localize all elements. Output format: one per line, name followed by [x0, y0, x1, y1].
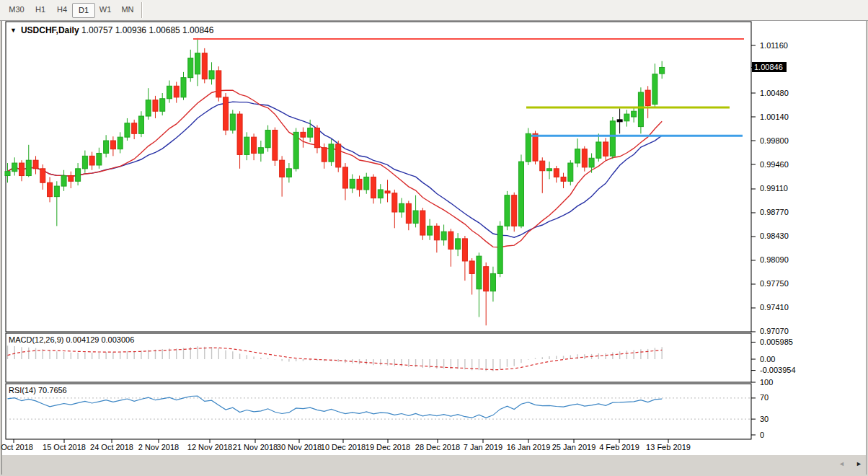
date-axis-label: 28 Dec 2018 [415, 443, 460, 451]
candle-body [428, 226, 433, 235]
candle-body [223, 97, 229, 131]
candle-body [420, 211, 425, 235]
price-axis-label: 0.97070 [760, 327, 789, 335]
candle-body [33, 160, 38, 169]
candle-body [97, 153, 102, 165]
candle-body [497, 226, 502, 273]
candle-body [118, 137, 123, 149]
candle-body [554, 169, 559, 177]
candle-body [216, 71, 221, 97]
date-axis-label: 25 Jan 2019 [552, 443, 596, 451]
date-axis-label: 21 Nov 2018 [233, 443, 278, 451]
rsi-axis-label: 70 [760, 393, 769, 402]
candle-body [286, 169, 291, 177]
price-axis-label: 0.99110 [760, 184, 788, 193]
candle-body [329, 144, 334, 162]
price-axis-label: 0.99460 [760, 160, 789, 169]
candle-body [350, 179, 355, 188]
rsi-name: RSI(14) [9, 386, 36, 395]
candle-body [484, 267, 489, 291]
candle-body [364, 177, 369, 189]
candle-body [125, 123, 130, 137]
chart-title-triangle-icon[interactable]: ▼ [10, 27, 17, 34]
rsi-pane[interactable] [6, 384, 751, 439]
candle-body [477, 256, 482, 289]
candle-body [322, 148, 327, 162]
candle-body [645, 90, 650, 105]
candle-body [456, 239, 461, 250]
macd-label: MACD(12,26,9) 0.004129 0.003006 [9, 335, 134, 344]
date-axis-label: 10 Dec 2018 [321, 443, 366, 451]
candle-body [512, 195, 517, 226]
candle-body [505, 195, 510, 226]
candle-body [610, 121, 615, 157]
candle-body [195, 53, 200, 74]
candle-body [301, 132, 306, 137]
current-price-tag: 1.00846 [752, 62, 787, 72]
candle-body [61, 176, 66, 187]
candle-body [209, 71, 214, 79]
candle-body [406, 203, 411, 223]
candle-body [575, 149, 580, 163]
candle-body [434, 226, 439, 239]
candle-body [596, 142, 601, 158]
candle-body [132, 123, 137, 134]
tab-scroll-left-icon[interactable]: ◄ [838, 461, 845, 467]
rsi-axis-label: 30 [760, 415, 769, 423]
candle-body [533, 133, 538, 161]
candle-body [244, 137, 249, 154]
candle-body [561, 177, 566, 181]
candle-body [40, 169, 45, 182]
macd-values: 0.004129 0.003006 [66, 335, 134, 344]
candle-body [624, 114, 629, 121]
chart-canvas[interactable] [0, 0, 868, 476]
rsi-label: RSI(14) 70.7656 [9, 386, 67, 395]
candle-body [48, 182, 53, 196]
candle-body [258, 148, 263, 154]
date-axis-label: 15 Oct 2018 [43, 443, 86, 451]
candle-body [76, 169, 81, 181]
candle-body [342, 167, 347, 188]
candle-body [202, 53, 207, 79]
price-axis-label: 0.97410 [760, 303, 789, 312]
candle-body [237, 114, 242, 154]
price-axis-label: 1.00480 [760, 89, 789, 97]
macd-axis-label: -0.003954 [760, 366, 796, 374]
price-axis-label: 0.98770 [760, 208, 789, 216]
candle-body [392, 193, 397, 212]
rsi-axis-label: 0 [760, 431, 764, 439]
candle-body [371, 177, 376, 198]
candle-body [385, 191, 390, 193]
candle-body [652, 74, 657, 105]
candle-body [293, 132, 298, 168]
chart-title: ▼USDCHF,Daily 1.00757 1.00936 1.00685 1.… [10, 25, 213, 35]
date-axis-label: 13 Feb 2019 [646, 443, 691, 451]
candle-body [603, 142, 608, 156]
candle-body [104, 141, 109, 153]
candle-body [540, 161, 545, 171]
candle-body [441, 232, 446, 240]
date-axis-label: 2 Nov 2018 [138, 443, 179, 451]
candle-body [167, 86, 172, 98]
candle-body [181, 78, 186, 97]
date-axis-label: 12 Nov 2018 [187, 443, 232, 451]
candle-body [252, 137, 257, 153]
price-axis-label: 0.99800 [760, 136, 789, 145]
candle-body [160, 99, 165, 111]
date-axis-label: 19 Dec 2018 [366, 443, 410, 451]
price-axis-label: 1.00140 [760, 113, 789, 121]
candle-body [265, 130, 270, 147]
candle-body [138, 116, 143, 133]
candle-body [448, 232, 453, 249]
tab-scroll-right-icon[interactable]: ► [856, 461, 862, 467]
candle-body [26, 160, 31, 175]
price-pane[interactable] [6, 22, 751, 332]
candle-body [490, 273, 495, 291]
date-axis-label: 16 Jan 2019 [507, 443, 551, 451]
price-axis-label: 0.98430 [760, 232, 789, 240]
candle-body [378, 190, 383, 198]
candle-body [314, 128, 319, 148]
candle-body [5, 172, 10, 176]
candle-body [110, 141, 115, 149]
macd-axis-label: 0.00 [760, 355, 775, 363]
